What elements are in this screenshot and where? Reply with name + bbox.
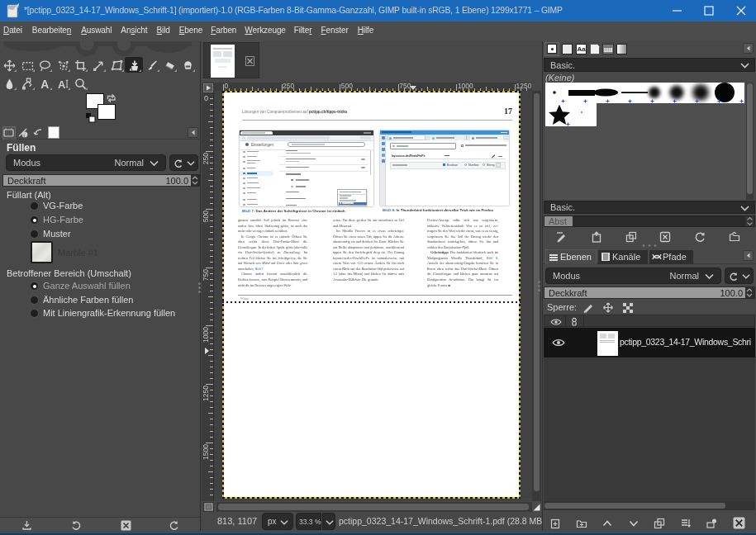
- svg-text:A: A: [58, 78, 65, 90]
- svg-text:A: A: [40, 78, 49, 90]
- svg-text:i: i: [24, 133, 25, 138]
